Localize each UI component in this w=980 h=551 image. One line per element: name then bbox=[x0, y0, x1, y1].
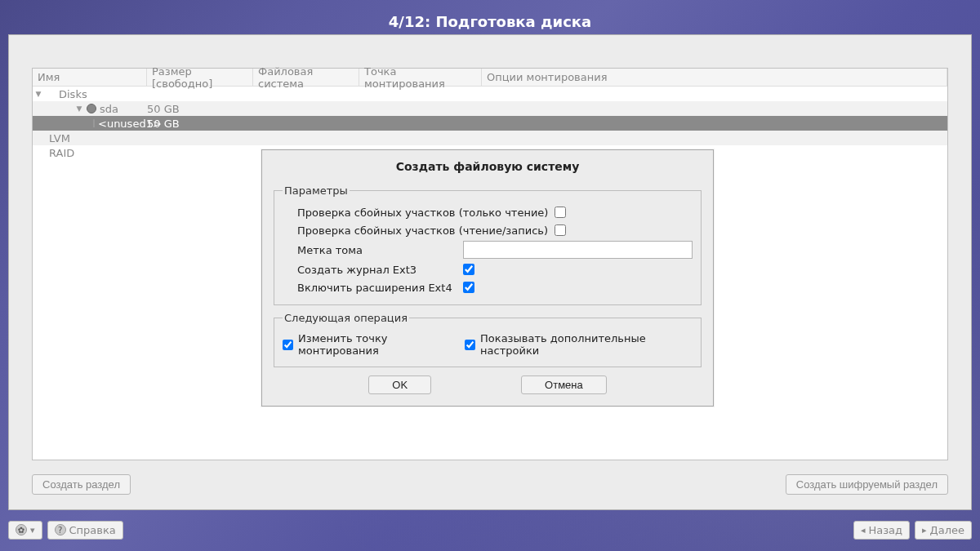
back-button[interactable]: ◂ Назад bbox=[853, 521, 910, 540]
create-partition-button[interactable]: Создать раздел bbox=[32, 474, 131, 495]
col-name[interactable]: Имя bbox=[33, 69, 147, 86]
tree-label: LVM bbox=[33, 132, 70, 144]
tree-label: sda bbox=[100, 103, 118, 115]
tree-label: RAID bbox=[33, 147, 74, 159]
tree-node-unused1[interactable]: <unused1> 50 GB bbox=[33, 116, 947, 131]
volume-label-input[interactable] bbox=[463, 241, 693, 259]
params-fieldset: Параметры Проверка сбойных участков (тол… bbox=[274, 184, 702, 305]
change-mount-label: Изменить точку монтирования bbox=[298, 332, 460, 357]
help-label: Справка bbox=[69, 524, 116, 536]
expand-icon[interactable]: ▼ bbox=[75, 104, 83, 113]
check-ro-label: Проверка сбойных участков (только чтение… bbox=[297, 207, 548, 219]
tree-size: 50 GB bbox=[147, 118, 253, 130]
back-label: Назад bbox=[868, 524, 902, 536]
show-advanced-checkbox[interactable] bbox=[465, 340, 475, 350]
next-label: Далее bbox=[930, 524, 964, 536]
expand-icon[interactable]: ▼ bbox=[34, 90, 42, 98]
partition-icon bbox=[93, 119, 95, 127]
chevron-down-icon: ▾ bbox=[30, 525, 35, 535]
ok-button[interactable]: OK bbox=[368, 375, 431, 394]
tree-node-lvm[interactable]: LVM bbox=[33, 131, 947, 145]
change-mount-checkbox[interactable] bbox=[283, 340, 293, 350]
disk-icon bbox=[87, 104, 96, 113]
dialog-title: Создать файловую систему bbox=[274, 160, 702, 173]
opt-check-ro: Проверка сбойных участков (только чтение… bbox=[283, 203, 693, 221]
volume-label-label: Метка тома bbox=[297, 244, 457, 256]
ext4-ext-label: Включить расширения Ext4 bbox=[297, 282, 457, 294]
next-button[interactable]: ▸ Далее bbox=[915, 521, 972, 540]
help-icon: ? bbox=[55, 524, 66, 535]
chevron-right-icon: ▸ bbox=[922, 525, 927, 535]
menu-button[interactable]: ✿ ▾ bbox=[8, 521, 42, 540]
check-ro-checkbox[interactable] bbox=[555, 207, 566, 218]
opt-check-rw: Проверка сбойных участков (чтение/запись… bbox=[283, 221, 693, 239]
show-advanced-label: Показывать дополнительные настройки bbox=[480, 332, 693, 357]
col-fs[interactable]: Файловая система bbox=[253, 69, 359, 86]
tree-node-sda[interactable]: ▼sda 50 GB bbox=[33, 101, 947, 116]
wizard-toolbar: ✿ ▾ ? Справка ◂ Назад ▸ Далее bbox=[8, 517, 972, 543]
chevron-left-icon: ◂ bbox=[861, 525, 866, 535]
gear-icon: ✿ bbox=[16, 524, 27, 535]
panel-bottom-buttons: Создать раздел Создать шифруемый раздел bbox=[32, 474, 948, 495]
opt-ext4-ext: Включить расширения Ext4 bbox=[283, 278, 693, 296]
opt-ext3-journal: Создать журнал Ext3 bbox=[283, 260, 693, 278]
dialog-buttons: OK Отмена bbox=[274, 375, 702, 394]
tree-label: Disks bbox=[42, 88, 87, 100]
create-encrypted-partition-button[interactable]: Создать шифруемый раздел bbox=[786, 474, 948, 495]
page-title: 4/12: Подготовка диска bbox=[0, 0, 980, 38]
col-opts[interactable]: Опции монтирования bbox=[482, 69, 947, 86]
next-op-row: Изменить точку монтирования Показывать д… bbox=[283, 331, 693, 358]
help-button[interactable]: ? Справка bbox=[47, 521, 123, 540]
check-rw-checkbox[interactable] bbox=[555, 224, 566, 236]
cancel-button[interactable]: Отмена bbox=[521, 375, 607, 394]
params-legend: Параметры bbox=[283, 184, 350, 197]
create-fs-dialog: Создать файловую систему Параметры Прове… bbox=[261, 149, 714, 407]
next-op-fieldset: Следующая операция Изменить точку монтир… bbox=[274, 312, 702, 367]
opt-volume-label: Метка тома bbox=[283, 239, 693, 260]
ext3-journal-checkbox[interactable] bbox=[463, 264, 474, 275]
col-mount[interactable]: Точка монтирования bbox=[359, 69, 482, 86]
next-op-legend: Следующая операция bbox=[283, 312, 409, 324]
col-size[interactable]: Размер [свободно] bbox=[147, 69, 253, 86]
ext3-journal-label: Создать журнал Ext3 bbox=[297, 264, 457, 276]
tree-header: Имя Размер [свободно] Файловая система Т… bbox=[33, 69, 947, 87]
ext4-ext-checkbox[interactable] bbox=[463, 282, 474, 293]
check-rw-label: Проверка сбойных участков (чтение/запись… bbox=[297, 224, 548, 237]
tree-size: 50 GB bbox=[147, 103, 253, 115]
